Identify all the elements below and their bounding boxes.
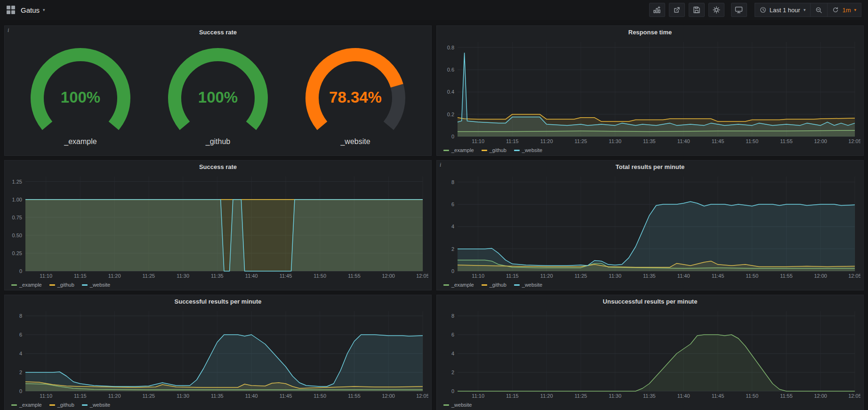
legend-item[interactable]: _example	[11, 402, 42, 408]
legend-item[interactable]: _website	[82, 282, 110, 288]
legend-series-name: _website	[451, 402, 472, 408]
gauge-label: _github	[206, 137, 231, 146]
panel-title-success-rate[interactable]: Success rate	[5, 26, 431, 38]
panel-title-total-results[interactable]: Total results per minute	[437, 161, 863, 173]
save-button[interactable]	[689, 3, 705, 17]
svg-text:11:15: 11:15	[74, 393, 87, 399]
svg-text:0: 0	[451, 134, 454, 139]
nav-right: Last 1 hour ▾ 1m ▾	[649, 3, 861, 17]
svg-text:4: 4	[19, 351, 22, 356]
response-time-plot-area[interactable]: 11:1011:1511:2011:2511:3011:3511:4011:45…	[437, 38, 863, 145]
unsuccessful-results-legend: _website	[437, 400, 863, 410]
svg-text:4: 4	[451, 224, 454, 229]
panel-title-success-rate-ts[interactable]: Success rate	[5, 161, 431, 173]
gauge-row: 100% _example 100% _github 78.34% _websi…	[5, 38, 431, 155]
legend-item[interactable]: _example	[443, 282, 474, 288]
clock-icon	[760, 7, 766, 13]
panel-unsuccessful-results: Unsuccessful results per minute 11:1011:…	[436, 295, 864, 410]
svg-text:12:05: 12:05	[848, 138, 860, 144]
svg-text:11:45: 11:45	[712, 138, 724, 144]
svg-text:11:20: 11:20	[540, 393, 553, 399]
refresh-icon	[832, 7, 839, 13]
legend-series-name: _github	[57, 282, 74, 288]
svg-text:11:25: 11:25	[575, 273, 587, 279]
total-results-chart[interactable]: 11:1011:1511:2011:2511:3011:3511:4011:45…	[439, 173, 860, 280]
unsuccessful-results-plot-area[interactable]: 11:1011:1511:2011:2511:3011:3511:4011:45…	[437, 307, 863, 400]
legend-item[interactable]: _github	[482, 147, 506, 153]
legend-item[interactable]: _github	[49, 282, 74, 288]
svg-text:11:20: 11:20	[540, 138, 553, 144]
svg-text:11:40: 11:40	[245, 273, 258, 279]
panel-info-icon[interactable]: i	[8, 27, 9, 34]
svg-text:11:10: 11:10	[40, 393, 52, 399]
svg-text:1.25: 1.25	[12, 179, 22, 185]
svg-text:0: 0	[19, 388, 22, 394]
legend-item[interactable]: _github	[49, 402, 74, 408]
svg-text:11:15: 11:15	[74, 273, 87, 279]
gauge-value: 100%	[22, 88, 139, 106]
refresh-button[interactable]: 1m ▾	[828, 3, 861, 17]
panel-title-unsuccessful-results[interactable]: Unsuccessful results per minute	[437, 295, 863, 307]
time-range-picker[interactable]: Last 1 hour ▾	[755, 3, 811, 17]
time-range-label: Last 1 hour	[770, 7, 800, 14]
dashboard-grid: i Success rate 100% _example 100% _githu…	[0, 20, 868, 410]
legend-series-swatch	[482, 150, 487, 151]
svg-text:11:50: 11:50	[746, 393, 758, 399]
legend-series-swatch	[514, 284, 520, 286]
svg-text:11:20: 11:20	[108, 393, 121, 399]
total-results-plot-area[interactable]: 11:1011:1511:2011:2511:3011:3511:4011:45…	[437, 173, 863, 280]
dashboard-title: Gatus	[21, 6, 40, 14]
svg-text:11:20: 11:20	[108, 273, 121, 279]
share-button[interactable]	[669, 3, 685, 17]
settings-button[interactable]	[708, 3, 724, 17]
add-panel-button[interactable]	[649, 3, 665, 17]
legend-series-name: _website	[522, 147, 542, 153]
successful-results-plot-area[interactable]: 11:1011:1511:2011:2511:3011:3511:4011:45…	[5, 307, 431, 400]
legend-series-swatch	[49, 284, 55, 286]
svg-text:11:35: 11:35	[211, 273, 224, 279]
success-rate-chart[interactable]: 11:1011:1511:2011:2511:3011:3511:4011:45…	[7, 173, 428, 280]
svg-text:12:05: 12:05	[416, 393, 428, 399]
nav-left: Gatus ▾	[7, 6, 45, 14]
svg-text:11:30: 11:30	[609, 393, 621, 399]
dashboards-grid-icon[interactable]	[7, 6, 15, 14]
response-time-chart[interactable]: 11:1011:1511:2011:2511:3011:3511:4011:45…	[439, 38, 860, 145]
svg-text:11:45: 11:45	[280, 273, 292, 279]
legend-item[interactable]: _example	[443, 147, 474, 153]
dashboard-title-picker[interactable]: Gatus ▾	[21, 6, 45, 14]
successful-results-chart[interactable]: 11:1011:1511:2011:2511:3011:3511:4011:45…	[7, 307, 428, 400]
legend-series-swatch	[443, 284, 449, 286]
svg-text:11:45: 11:45	[712, 393, 724, 399]
svg-text:0.75: 0.75	[12, 215, 22, 220]
legend-item[interactable]: _github	[482, 282, 506, 288]
svg-text:11:55: 11:55	[780, 273, 793, 279]
svg-text:11:35: 11:35	[643, 273, 656, 279]
legend-series-name: _website	[90, 402, 110, 408]
legend-item[interactable]: _website	[514, 147, 542, 153]
legend-item[interactable]: _website	[514, 282, 542, 288]
gauge-value: 100%	[159, 88, 277, 106]
legend-item[interactable]: _website	[443, 402, 472, 408]
panel-title-response-time[interactable]: Response time	[437, 26, 863, 38]
svg-text:11:55: 11:55	[348, 393, 361, 399]
success-rate-plot-area[interactable]: 11:1011:1511:2011:2511:3011:3511:4011:45…	[5, 173, 431, 280]
legend-item[interactable]: _website	[82, 402, 110, 408]
zoom-out-button[interactable]	[811, 3, 828, 17]
panel-title-successful-results[interactable]: Successful results per minute	[5, 295, 431, 307]
legend-series-swatch	[482, 284, 487, 286]
svg-text:11:55: 11:55	[780, 393, 793, 399]
gear-icon	[713, 6, 720, 14]
legend-series-name: _example	[451, 147, 474, 153]
unsuccessful-results-chart[interactable]: 11:1011:1511:2011:2511:3011:3511:4011:45…	[439, 307, 860, 400]
svg-text:12:00: 12:00	[814, 273, 827, 279]
svg-text:2: 2	[19, 370, 22, 375]
svg-text:8: 8	[451, 313, 454, 319]
panel-info-icon[interactable]: i	[440, 161, 441, 169]
legend-series-name: _github	[490, 282, 506, 288]
legend-series-swatch	[514, 150, 520, 151]
legend-item[interactable]: _example	[11, 282, 42, 288]
svg-text:0.25: 0.25	[12, 250, 22, 256]
cycle-view-button[interactable]	[731, 3, 747, 17]
legend-series-swatch	[11, 404, 17, 406]
svg-text:12:00: 12:00	[814, 393, 827, 399]
